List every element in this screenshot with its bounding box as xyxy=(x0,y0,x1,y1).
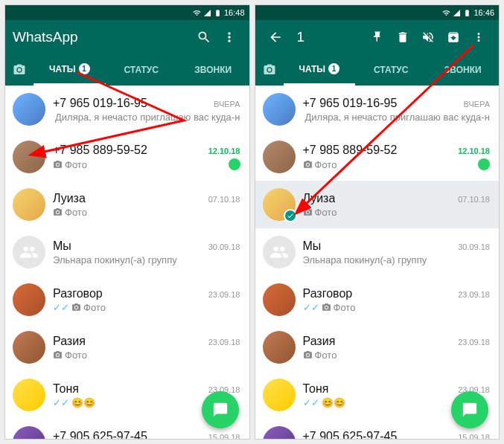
chat-name: Разговор xyxy=(53,287,103,300)
chat-preview: ✓✓😊😊 xyxy=(303,397,345,408)
chat-name: +7 905 625-97-45 xyxy=(53,430,147,440)
avatar[interactable] xyxy=(263,426,296,439)
mute-icon xyxy=(421,30,435,44)
archive-button[interactable] xyxy=(441,25,466,50)
chat-time: 07.10.18 xyxy=(458,195,490,204)
photo-icon xyxy=(322,303,331,312)
chat-row[interactable]: Мы30.09.18Эльнара покинул(-а) группу xyxy=(5,228,249,276)
battery-icon xyxy=(214,9,222,17)
tab-chats[interactable]: ЧАТЫ 1 xyxy=(284,54,356,86)
chat-row[interactable]: +7 985 889-59-5212.10.18 Фото xyxy=(255,133,500,181)
chat-row[interactable]: Разговор23.09.18✓✓ Фото xyxy=(5,276,249,324)
avatar[interactable] xyxy=(263,331,296,364)
message-icon xyxy=(462,402,478,418)
chat-list[interactable]: +7 965 019-16-95ВЧЕРА Диляра, я нечасто … xyxy=(255,86,500,439)
camera-icon xyxy=(263,63,276,77)
avatar[interactable] xyxy=(13,188,45,221)
avatar[interactable] xyxy=(13,236,45,268)
photo-icon xyxy=(303,350,313,360)
chat-row[interactable]: Разговор23.09.18✓✓ Фото xyxy=(255,276,500,324)
chat-row[interactable]: +7 965 019-16-95ВЧЕРА Диляра, я нечасто … xyxy=(5,86,249,133)
tab-camera[interactable] xyxy=(5,54,34,86)
chat-preview: Диляра, я нечасто приглашаю вас куда-ни.… xyxy=(303,112,491,123)
chat-time: 12.10.18 xyxy=(208,147,240,155)
tab-status[interactable]: СТАТУС xyxy=(355,54,427,86)
mute-button[interactable] xyxy=(415,25,441,50)
chat-row[interactable]: +7 985 889-59-5212.10.18 Фото xyxy=(5,133,249,181)
avatar[interactable] xyxy=(13,379,45,411)
unread-badge xyxy=(229,158,240,170)
avatar[interactable] xyxy=(263,283,296,316)
unread-badge xyxy=(478,158,490,170)
avatar[interactable] xyxy=(13,283,45,316)
tab-calls[interactable]: ЗВОНКИ xyxy=(177,54,249,86)
back-button[interactable] xyxy=(263,25,288,50)
chat-list[interactable]: +7 965 019-16-95ВЧЕРА Диляра, я нечасто … xyxy=(5,86,249,439)
selection-count: 1 xyxy=(297,29,366,45)
chat-preview: Фото xyxy=(53,207,87,218)
pin-icon xyxy=(371,30,384,44)
chat-time: 23.09.18 xyxy=(208,290,240,299)
new-chat-fab[interactable] xyxy=(202,391,239,428)
chat-time: 12.10.18 xyxy=(458,147,490,155)
chat-preview: Фото xyxy=(303,350,337,361)
battery-icon xyxy=(463,9,471,17)
pin-button[interactable] xyxy=(365,25,390,50)
tab-status[interactable]: СТАТУС xyxy=(106,54,178,86)
search-button[interactable] xyxy=(191,25,217,50)
chat-preview: Фото xyxy=(303,207,337,218)
avatar[interactable] xyxy=(263,93,296,126)
signal-icon xyxy=(203,9,211,17)
avatar[interactable] xyxy=(263,379,296,411)
chat-name: Тоня xyxy=(53,382,79,396)
chat-time: ВЧЕРА xyxy=(464,100,490,109)
chat-preview: Фото xyxy=(53,350,87,361)
chat-row[interactable]: +7 965 019-16-95ВЧЕРА Диляра, я нечасто … xyxy=(255,86,500,133)
chat-row[interactable]: Луиза07.10.18 Фото xyxy=(255,181,500,228)
status-time: 16:46 xyxy=(473,8,494,17)
chat-name: Мы xyxy=(53,239,71,253)
photo-icon xyxy=(53,160,63,170)
avatar[interactable] xyxy=(13,141,45,173)
search-icon xyxy=(197,30,211,45)
new-chat-fab[interactable] xyxy=(451,391,488,428)
avatar[interactable] xyxy=(13,93,45,126)
avatar[interactable] xyxy=(13,426,45,439)
status-bar: 16:48 xyxy=(5,5,249,20)
chat-row[interactable]: Мы30.09.18Эльнара покинул(-а) группу xyxy=(255,228,500,276)
chat-time: 15.09.18 xyxy=(458,433,490,440)
chat-row[interactable]: Луиза07.10.18 Фото xyxy=(5,181,249,228)
chat-preview: Эльнара покинул(-а) группу xyxy=(303,254,427,266)
signal-icon xyxy=(453,9,461,17)
avatar[interactable] xyxy=(13,331,45,364)
chat-time: 23.09.18 xyxy=(458,338,490,347)
tab-camera[interactable] xyxy=(255,54,284,86)
more-vert-icon xyxy=(222,30,237,45)
read-ticks-icon: ✓✓ xyxy=(303,397,319,408)
chat-name: +7 965 019-16-95 xyxy=(53,97,147,110)
photo-icon xyxy=(303,207,313,217)
avatar[interactable] xyxy=(263,141,296,173)
avatar[interactable] xyxy=(263,236,296,268)
phone-left: 16:48 WhatsApp ЧАТЫ 1 СТАТУС ЗВОНКИ +7 9… xyxy=(4,4,250,440)
chat-row[interactable]: Разия23.09.18 Фото xyxy=(5,324,249,371)
tab-calls[interactable]: ЗВОНКИ xyxy=(427,54,500,86)
chat-time: 30.09.18 xyxy=(208,242,240,251)
tab-chats[interactable]: ЧАТЫ 1 xyxy=(34,54,106,86)
chat-name: Луиза xyxy=(303,192,336,205)
avatar[interactable] xyxy=(263,188,296,221)
menu-button[interactable] xyxy=(217,25,242,50)
chat-time: 23.09.18 xyxy=(208,338,240,347)
menu-button[interactable] xyxy=(466,25,491,50)
chat-time: 07.10.18 xyxy=(208,195,240,204)
chat-time: 23.09.18 xyxy=(458,290,490,299)
chat-row[interactable]: Разия23.09.18 Фото xyxy=(255,324,500,371)
chat-preview: Фото xyxy=(53,159,87,170)
tab-bar: ЧАТЫ 1 СТАТУС ЗВОНКИ xyxy=(5,54,249,86)
chat-preview: ✓✓ Фото xyxy=(53,302,106,313)
delete-button[interactable] xyxy=(390,25,415,50)
chat-name: +7 965 019-16-95 xyxy=(303,97,398,110)
chat-name: Мы xyxy=(303,239,322,253)
read-ticks-icon: ✓✓ xyxy=(53,302,69,313)
camera-icon xyxy=(13,63,26,77)
